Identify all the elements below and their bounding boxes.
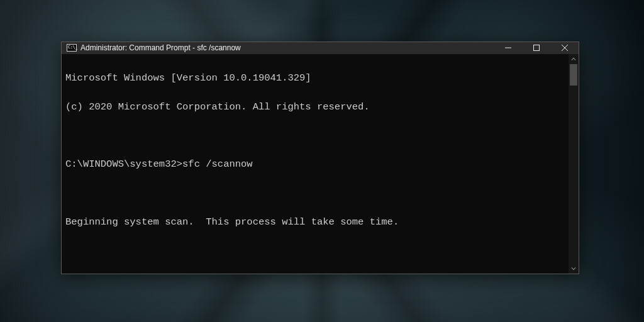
window-title: Administrator: Command Prompt - sfc /sca… [80, 43, 494, 52]
scroll-track[interactable] [569, 64, 579, 264]
scroll-up-button[interactable] [569, 54, 579, 64]
chevron-down-icon [571, 266, 576, 271]
command-prompt-window: Administrator: Command Prompt - sfc /sca… [61, 42, 579, 274]
titlebar[interactable]: Administrator: Command Prompt - sfc /sca… [62, 42, 579, 54]
minimize-icon [505, 45, 511, 51]
cmd-icon [67, 44, 77, 52]
svg-rect-1 [533, 45, 539, 51]
prompt-prefix: C:\WINDOWS\system32> [65, 158, 182, 170]
maximize-button[interactable] [522, 42, 550, 54]
terminal-output[interactable]: Microsoft Windows [Version 10.0.19041.32… [62, 54, 579, 274]
terminal-line: Microsoft Windows [Version 10.0.19041.32… [65, 71, 574, 86]
terminal-line: Beginning system scan. This process will… [65, 215, 574, 230]
scroll-down-button[interactable] [569, 264, 579, 274]
terminal-line: (c) 2020 Microsoft Corporation. All righ… [65, 100, 574, 114]
close-button[interactable] [550, 42, 579, 54]
terminal-blank-line [65, 244, 574, 258]
close-icon [562, 45, 568, 51]
terminal-line: Beginning verification phase of system s… [65, 273, 574, 274]
maximize-icon [533, 45, 540, 51]
vertical-scrollbar[interactable] [569, 54, 579, 274]
terminal-blank-line [65, 186, 574, 201]
entered-command: sfc /scannow [182, 158, 253, 170]
scroll-thumb[interactable] [570, 64, 577, 86]
terminal-blank-line [65, 129, 574, 143]
minimize-button[interactable] [494, 42, 522, 54]
chevron-up-icon [571, 57, 576, 62]
window-controls [494, 42, 579, 54]
terminal-prompt-line: C:\WINDOWS\system32>sfc /scannow [65, 157, 574, 172]
